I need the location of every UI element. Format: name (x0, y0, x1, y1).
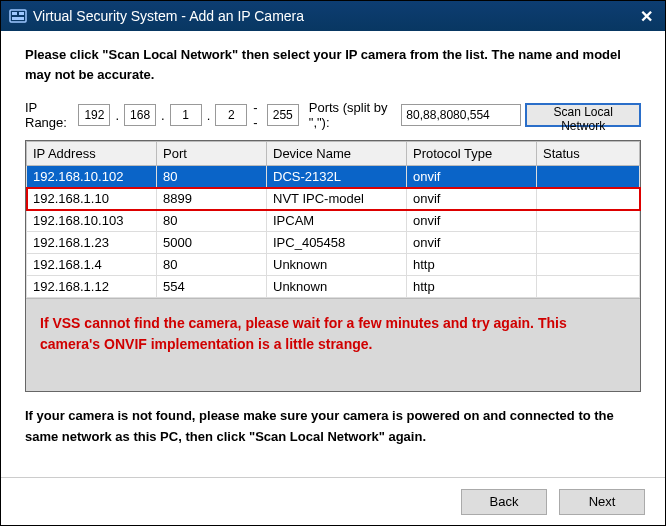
cell-protocol: onvif (407, 166, 537, 188)
table-header-row: IP Address Port Device Name Protocol Typ… (27, 142, 640, 166)
table-row[interactable]: 192.168.10.102 80 DCS-2132L onvif (27, 166, 640, 188)
instructions-text: Please click "Scan Local Network" then s… (25, 45, 641, 84)
svg-rect-0 (10, 10, 26, 22)
ip-range-label: IP Range: (25, 100, 74, 130)
titlebar: Virtual Security System - Add an IP Came… (1, 1, 665, 31)
table-row[interactable]: 192.168.1.10 8899 NVT IPC-model onvif (27, 188, 640, 210)
cell-status (537, 254, 640, 276)
blank-area (21, 490, 141, 514)
cell-port: 5000 (157, 232, 267, 254)
cell-protocol: onvif (407, 232, 537, 254)
cell-port: 80 (157, 166, 267, 188)
app-icon (9, 7, 27, 25)
ip-octet-3[interactable] (170, 104, 202, 126)
ip-octet-2[interactable] (124, 104, 156, 126)
cell-protocol: http (407, 254, 537, 276)
content-area: Please click "Scan Local Network" then s… (1, 31, 665, 477)
col-device[interactable]: Device Name (267, 142, 407, 166)
ip-octet-4[interactable] (215, 104, 247, 126)
cell-ip: 192.168.1.23 (27, 232, 157, 254)
dot-separator: . (160, 108, 166, 123)
cell-status (537, 166, 640, 188)
cell-ip: 192.168.1.4 (27, 254, 157, 276)
cell-ip: 192.168.1.12 (27, 276, 157, 298)
cell-port: 8899 (157, 188, 267, 210)
table-row[interactable]: 192.168.10.103 80 IPCAM onvif (27, 210, 640, 232)
cell-port: 554 (157, 276, 267, 298)
table-row[interactable]: 192.168.1.4 80 Unknown http (27, 254, 640, 276)
cell-device: Unknown (267, 276, 407, 298)
ip-octet-end[interactable] (267, 104, 299, 126)
cell-device: DCS-2132L (267, 166, 407, 188)
svg-rect-2 (19, 12, 24, 15)
cell-status (537, 276, 640, 298)
col-ip[interactable]: IP Address (27, 142, 157, 166)
cell-protocol: http (407, 276, 537, 298)
cell-port: 80 (157, 210, 267, 232)
cell-ip: 192.168.10.103 (27, 210, 157, 232)
cell-device: IPCAM (267, 210, 407, 232)
ip-range-row: IP Range: . . . -- Ports (split by ","):… (25, 100, 641, 130)
svg-rect-3 (12, 17, 24, 20)
cell-protocol: onvif (407, 210, 537, 232)
dash-separator: -- (251, 100, 262, 130)
cell-status (537, 232, 640, 254)
cell-ip: 192.168.1.10 (27, 188, 157, 210)
ports-input[interactable] (401, 104, 521, 126)
col-port[interactable]: Port (157, 142, 267, 166)
camera-table: IP Address Port Device Name Protocol Typ… (25, 140, 641, 392)
table-row[interactable]: 192.168.1.12 554 Unknown http (27, 276, 640, 298)
dot-separator: . (206, 108, 212, 123)
col-protocol[interactable]: Protocol Type (407, 142, 537, 166)
cell-ip: 192.168.10.102 (27, 166, 157, 188)
ip-octet-1[interactable] (78, 104, 110, 126)
col-status[interactable]: Status (537, 142, 640, 166)
close-icon[interactable]: ✕ (636, 7, 657, 26)
cell-device: Unknown (267, 254, 407, 276)
cell-status (537, 188, 640, 210)
svg-rect-1 (12, 12, 17, 15)
cell-device: IPC_405458 (267, 232, 407, 254)
note-panel: If VSS cannot find the camera, please wa… (26, 298, 640, 391)
cell-port: 80 (157, 254, 267, 276)
cell-status (537, 210, 640, 232)
window-title: Virtual Security System - Add an IP Came… (33, 8, 636, 24)
table-row[interactable]: 192.168.1.23 5000 IPC_405458 onvif (27, 232, 640, 254)
scan-local-network-button[interactable]: Scan Local Network (525, 103, 641, 127)
dot-separator: . (114, 108, 120, 123)
cell-protocol: onvif (407, 188, 537, 210)
next-button[interactable]: Next (559, 489, 645, 515)
ports-label: Ports (split by ","): (309, 100, 398, 130)
back-button[interactable]: Back (461, 489, 547, 515)
footnote-text: If your camera is not found, please make… (25, 406, 641, 448)
button-bar: Back Next (1, 477, 665, 525)
warning-note: If VSS cannot find the camera, please wa… (40, 313, 626, 355)
cell-device: NVT IPC-model (267, 188, 407, 210)
